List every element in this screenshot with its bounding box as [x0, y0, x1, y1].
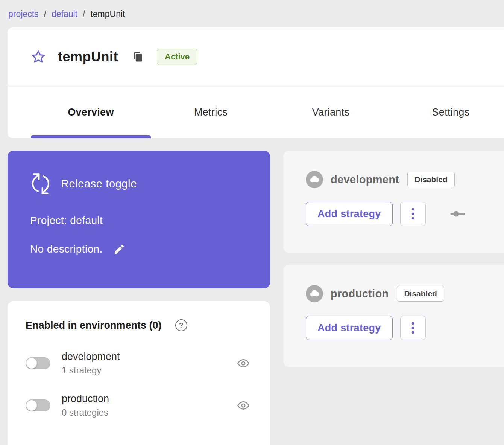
toggle-thumb [26, 358, 37, 369]
eye-icon[interactable] [237, 399, 250, 412]
environment-card-actions: Add strategy [306, 202, 504, 226]
environment-card-header: production Disabled [306, 285, 504, 302]
project-label: Project: default [30, 215, 249, 227]
cloud-icon [306, 171, 323, 188]
environment-name: production [62, 393, 109, 405]
help-icon[interactable]: ? [175, 319, 187, 331]
tab-settings[interactable]: Settings [391, 86, 504, 138]
environment-card-actions: Add strategy [306, 316, 504, 340]
tab-settings-label: Settings [432, 107, 470, 118]
release-toggle-icon [30, 173, 51, 194]
breadcrumb-link-projects[interactable]: projects [8, 9, 39, 19]
environment-card-development: development Disabled Add strategy [283, 151, 504, 253]
breadcrumb-separator: / [44, 9, 46, 19]
environment-row-production: production 0 strategies [26, 393, 253, 418]
toggle-type-row: Release toggle [30, 173, 249, 194]
right-column: development Disabled Add strategy [283, 151, 504, 367]
favorite-star-icon[interactable] [31, 49, 46, 64]
tab-variants-label: Variants [312, 107, 349, 118]
cloud-icon [306, 285, 323, 302]
description-row: No description. [30, 243, 249, 255]
tab-metrics-label: Metrics [194, 107, 228, 118]
left-column: Release toggle Project: default No descr… [8, 151, 270, 445]
environment-card-production: production Disabled Add strategy [283, 265, 504, 367]
environment-row-text: development 1 strategy [62, 351, 120, 376]
enabled-environments-header: Enabled in environments (0) ? [26, 319, 253, 331]
edit-description-icon[interactable] [113, 243, 125, 255]
page-title: tempUnit [58, 49, 118, 65]
add-strategy-button[interactable]: Add strategy [306, 316, 393, 340]
environment-card-name: production [331, 288, 389, 300]
tab-variants[interactable]: Variants [271, 86, 391, 138]
breadcrumb: projects / default / tempUnit [0, 0, 504, 19]
environment-toggle-list: development 1 strategy production 0 [26, 351, 253, 418]
enabled-environments-title: Enabled in environments (0) [26, 320, 162, 331]
toggle-type-label: Release toggle [61, 178, 137, 190]
tab-overview-label: Overview [68, 107, 114, 118]
environment-row-text: production 0 strategies [62, 393, 109, 418]
environment-toggle-icon[interactable] [450, 209, 466, 218]
development-toggle-switch[interactable] [26, 357, 50, 369]
copy-icon[interactable] [133, 51, 143, 62]
breadcrumb-separator: / [83, 9, 85, 19]
environment-name: development [62, 351, 120, 363]
overview-content: Release toggle Project: default No descr… [0, 138, 504, 445]
feature-summary-card: Release toggle Project: default No descr… [8, 151, 270, 288]
environment-status-badge: Disabled [397, 286, 444, 302]
more-options-button[interactable] [400, 202, 426, 226]
environment-strategy-count: 0 strategies [62, 407, 109, 418]
toggle-thumb [26, 400, 37, 411]
environment-status-badge: Disabled [407, 172, 455, 187]
breadcrumb-current: tempUnit [90, 9, 125, 19]
enabled-environments-panel: Enabled in environments (0) ? developmen… [8, 301, 270, 445]
production-toggle-switch[interactable] [26, 399, 50, 411]
feature-header-card: tempUnit Active Overview Metrics Variant… [8, 27, 504, 138]
tab-metrics[interactable]: Metrics [151, 86, 271, 138]
eye-icon[interactable] [237, 357, 250, 370]
breadcrumb-link-default[interactable]: default [52, 9, 77, 19]
environment-card-header: development Disabled [306, 171, 504, 188]
tab-overview[interactable]: Overview [31, 86, 151, 138]
feature-tabs: Overview Metrics Variants Settings [8, 86, 504, 138]
add-strategy-button[interactable]: Add strategy [306, 202, 393, 226]
feature-header: tempUnit Active [8, 27, 504, 86]
status-badge: Active [157, 49, 197, 65]
description-text: No description. [30, 243, 103, 255]
environment-card-name: development [331, 174, 399, 186]
environment-row-development: development 1 strategy [26, 351, 253, 376]
environment-strategy-count: 1 strategy [62, 365, 120, 376]
more-options-button[interactable] [400, 316, 426, 340]
